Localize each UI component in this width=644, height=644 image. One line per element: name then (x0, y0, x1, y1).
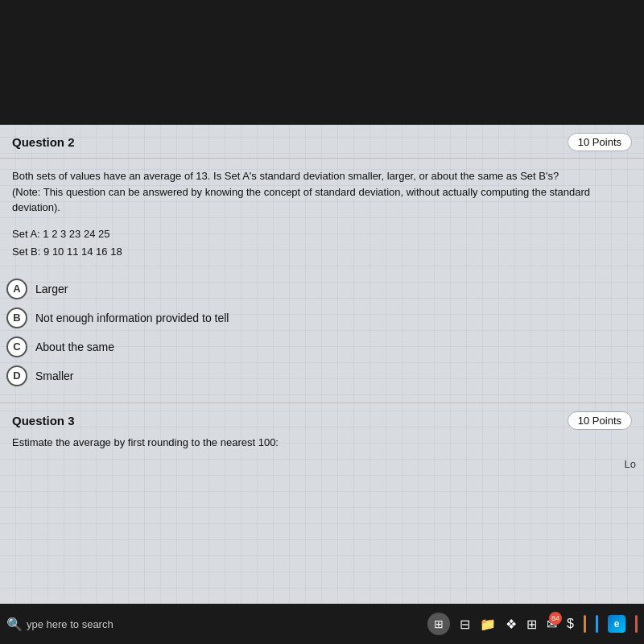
answer-options: A Larger B Not enough information provid… (0, 279, 644, 398)
option-b-circle: B (6, 308, 27, 328)
option-b[interactable]: B Not enough information provided to tel… (6, 308, 638, 328)
taskbar-search-text: ype here to search (27, 618, 114, 630)
taskview-icon[interactable]: ⊟ (460, 617, 470, 632)
dropbox-icon[interactable]: ❖ (506, 617, 517, 632)
option-d-label: Smaller (35, 369, 73, 382)
question2-header: Question 2 10 Points (0, 125, 644, 159)
question2-title: Question 2 (12, 135, 75, 149)
option-c-circle: C (6, 336, 27, 357)
set-b-row: Set B: 9 10 11 14 16 18 (12, 243, 632, 261)
set-a-row: Set A: 1 2 3 23 24 25 (12, 225, 632, 243)
option-a-label: Larger (35, 283, 68, 295)
question3-instruction: Estimate the average by first rounding t… (12, 436, 279, 448)
option-d[interactable]: D Smaller (6, 365, 638, 386)
set-b-values: 9 10 11 14 16 18 (43, 246, 122, 258)
option-a-circle: A (6, 279, 27, 299)
taskbar-center-icons: ⊞ ⊟ 📁 ❖ ⊞ ✉ 84 $ e (427, 613, 638, 635)
question2-main-text: Both sets of values have an average of 1… (12, 170, 559, 182)
dollar-icon[interactable]: $ (567, 617, 574, 631)
orange-bar-icon (584, 615, 586, 633)
mail-icon-container[interactable]: ✉ 84 (547, 617, 557, 632)
apps-icon[interactable]: ⊞ (526, 617, 537, 632)
option-b-label: Not enough information provided to tell (35, 312, 229, 324)
top-black-area (0, 0, 644, 125)
lo-area: Lo (0, 455, 644, 473)
data-sets: Set A: 1 2 3 23 24 25 Set B: 9 10 11 14 … (12, 225, 632, 261)
windows-button[interactable]: ⊞ (427, 613, 450, 635)
taskbar-search-area[interactable]: 🔍 ype here to search (6, 617, 421, 632)
screen: Question 2 10 Points Both sets of values… (0, 0, 644, 644)
taskbar: 🔍 ype here to search ⊞ ⊟ 📁 ❖ ⊞ ✉ 84 $ (0, 604, 644, 644)
fileexplorer-icon[interactable]: 📁 (480, 617, 496, 632)
option-a[interactable]: A Larger (6, 279, 638, 299)
set-a-values: 1 2 3 23 24 25 (43, 228, 109, 240)
question2-note: (Note: This question can be answered by … (12, 186, 590, 214)
question3-header: Question 3 10 Points (12, 411, 632, 430)
question2-points: 10 Points (568, 133, 632, 151)
option-c[interactable]: C About the same (6, 336, 638, 357)
set-b-label: Set B: (12, 246, 40, 258)
question2-text: Both sets of values have an average of 1… (12, 168, 632, 216)
lo-label: Lo (625, 458, 636, 470)
mail-badge: 84 (549, 612, 562, 625)
question3-section: Question 3 10 Points Estimate the averag… (0, 403, 644, 455)
option-d-circle: D (6, 365, 27, 386)
question2-body: Both sets of values have an average of 1… (0, 159, 644, 279)
question3-points: 10 Points (568, 411, 632, 430)
question3-title: Question 3 (12, 414, 75, 427)
set-a-label: Set A: (12, 228, 40, 240)
windows-icon: ⊞ (434, 617, 444, 630)
red-bar-icon (635, 615, 638, 633)
search-icon: 🔍 (6, 617, 23, 632)
blue-bar-icon (596, 615, 598, 633)
content-area: Question 2 10 Points Both sets of values… (0, 125, 644, 604)
question3-body-text: Estimate the average by first rounding t… (12, 436, 632, 448)
option-c-label: About the same (35, 341, 114, 353)
edge-icon[interactable]: e (608, 615, 625, 633)
